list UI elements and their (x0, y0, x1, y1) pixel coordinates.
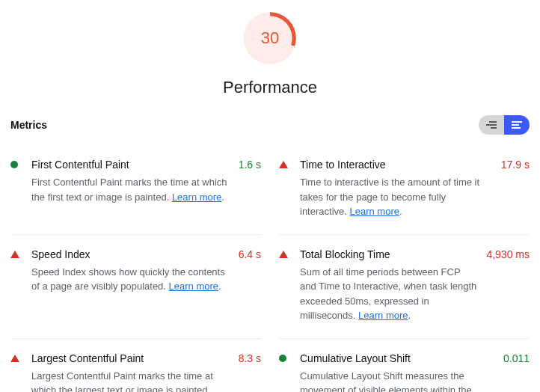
metric-name: Time to Interactive (300, 159, 494, 171)
metric-card: Time to InteractiveTime to interactive i… (279, 145, 530, 235)
metric-description: Speed Index shows how quickly the conten… (31, 265, 231, 294)
learn-more-link[interactable]: Learn more (358, 310, 408, 321)
metric-value: 1.6 s (239, 159, 261, 219)
gauge-title: Performance (223, 78, 317, 97)
metric-body: Largest Contentful PaintLargest Contentf… (31, 352, 231, 393)
view-toggle (479, 115, 530, 135)
metric-name: Speed Index (31, 248, 231, 260)
metric-description: Sum of all time periods between FCP and … (300, 265, 479, 323)
lines-icon (512, 120, 522, 129)
metric-description: Time to interactive is the amount of tim… (300, 175, 494, 219)
metric-card: First Contentful PaintFirst Contentful P… (10, 145, 261, 235)
metric-name: Largest Contentful Paint (31, 352, 231, 364)
metric-name: Total Blocking Time (300, 248, 479, 260)
metric-card: Largest Contentful PaintLargest Contentf… (10, 339, 261, 393)
metric-name: First Contentful Paint (31, 159, 231, 171)
score-gauge: 30 (244, 12, 296, 64)
metric-card: Cumulative Layout ShiftCumulative Layout… (279, 339, 530, 393)
view-compact-button[interactable] (479, 115, 504, 135)
metric-description: Largest Contentful Paint marks the time … (31, 369, 231, 393)
performance-gauge: 30 Performance (10, 12, 530, 97)
metrics-heading: Metrics (10, 119, 47, 131)
metric-body: Total Blocking TimeSum of all time perio… (300, 248, 479, 323)
learn-more-link[interactable]: Learn more (172, 192, 221, 203)
metric-value: 8.3 s (239, 352, 261, 393)
metric-body: Cumulative Layout ShiftCumulative Layout… (300, 352, 496, 393)
metric-value: 6.4 s (239, 248, 261, 323)
metric-value: 17.9 s (501, 159, 530, 219)
lines-icon (486, 120, 497, 129)
view-expanded-button[interactable] (504, 115, 530, 135)
status-fail-icon (10, 248, 24, 323)
status-fail-icon (279, 159, 292, 219)
status-fail-icon (279, 248, 292, 323)
score-number: 30 (244, 12, 296, 64)
metric-body: Speed IndexSpeed Index shows how quickly… (31, 248, 231, 323)
metric-value: 4,930 ms (486, 248, 530, 323)
metric-card: Total Blocking TimeSum of all time perio… (279, 235, 530, 339)
metric-description: First Contentful Paint marks the time at… (31, 175, 231, 204)
learn-more-link[interactable]: Learn more (169, 281, 218, 292)
status-fail-icon (10, 352, 24, 393)
metric-card: Speed IndexSpeed Index shows how quickly… (10, 235, 261, 339)
learn-more-link[interactable]: Learn more (349, 206, 399, 217)
status-pass-icon (279, 352, 292, 393)
status-pass-icon (10, 159, 24, 219)
metric-description: Cumulative Layout Shift measures the mov… (300, 369, 496, 393)
metric-body: Time to InteractiveTime to interactive i… (300, 159, 494, 219)
metric-body: First Contentful PaintFirst Contentful P… (31, 159, 231, 219)
metric-value: 0.011 (503, 352, 530, 393)
metric-name: Cumulative Layout Shift (300, 352, 496, 364)
